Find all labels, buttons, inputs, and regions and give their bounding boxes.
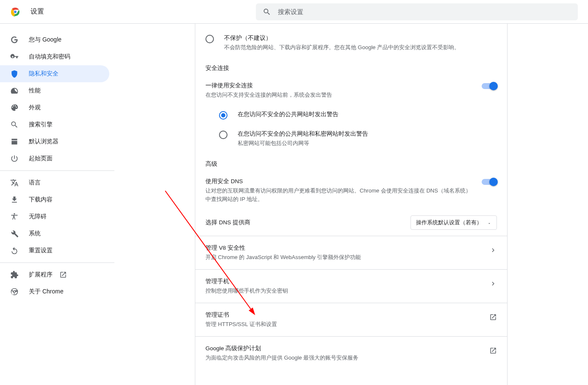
row-advanced-protection[interactable]: Google 高级保护计划 为面临定向攻击风险的用户提供 Google 最强大的… — [195, 336, 507, 370]
row-title: 使用安全 DNS — [205, 177, 472, 186]
sidebar-item-performance[interactable]: 性能 — [0, 82, 109, 99]
sidebar-item-language[interactable]: 语言 — [0, 174, 109, 191]
shield-icon — [10, 70, 19, 78]
external-link-icon — [489, 347, 497, 354]
svg-point-1 — [14, 11, 17, 13]
radio-warn-public-private[interactable]: 在您访问不安全的公共网站和私密网站时发出警告 私密网站可能包括公司内网等 — [195, 125, 507, 153]
reset-icon — [10, 246, 19, 255]
radio-warn-public[interactable]: 在您访问不安全的公共网站时发出警告 — [195, 105, 507, 125]
search-icon — [10, 120, 19, 129]
sidebar-item-autofill[interactable]: 自动填充和密码 — [0, 48, 109, 65]
sidebar-item-about[interactable]: 关于 Chrome — [0, 283, 109, 300]
wrench-icon — [10, 229, 19, 238]
sidebar-item-system[interactable]: 系统 — [0, 225, 109, 242]
external-link-icon — [59, 271, 67, 279]
toggle-always-https[interactable] — [482, 83, 497, 89]
radio-icon — [219, 111, 227, 120]
sidebar-item-label: 起始页面 — [29, 155, 53, 162]
row-subtitle: 不会防范危险的网站、下载内容和扩展程序。您在其他 Google 产品中的安全浏览… — [224, 43, 497, 52]
accessibility-icon — [10, 212, 19, 221]
sidebar-item-search[interactable]: 搜索引擎 — [0, 116, 109, 133]
header: 设置 — [0, 0, 588, 24]
sidebar-item-appearance[interactable]: 外观 — [0, 99, 109, 116]
radio-icon — [219, 131, 227, 139]
sidebar-item-label: 下载内容 — [29, 196, 53, 204]
sidebar-item-default-browser[interactable]: 默认浏览器 — [0, 133, 109, 150]
sidebar-item-label: 性能 — [29, 87, 41, 95]
google-g-icon — [10, 36, 19, 44]
chevron-right-icon — [489, 280, 497, 287]
chrome-logo-icon — [10, 7, 20, 17]
search-input[interactable] — [278, 8, 571, 15]
row-title: 选择 DNS 提供商 — [205, 219, 410, 226]
section-heading-secure-conn: 安全连接 — [195, 57, 507, 75]
download-icon — [10, 195, 19, 204]
palette-icon — [10, 103, 19, 112]
extension-icon — [10, 271, 19, 279]
row-manage-certificates[interactable]: 管理证书 管理 HTTPS/SSL 证书和设置 — [195, 303, 507, 336]
sidebar-item-label: 您与 Google — [29, 36, 61, 44]
row-always-https: 一律使用安全连接 在您访问不支持安全连接的网站前，系统会发出警告 — [195, 75, 507, 105]
row-dns-provider: 选择 DNS 提供商 操作系统默认设置（若有） — [195, 209, 507, 236]
select-value: 操作系统默认设置（若有） — [416, 219, 482, 226]
sidebar: 您与 Google 自动填充和密码 隐私和安全 性能 外观 搜索引擎 默认浏览器… — [0, 24, 114, 385]
row-manage-phones[interactable]: 管理手机 控制您使用哪些手机作为安全密钥 — [195, 269, 507, 303]
caret-down-icon — [487, 220, 491, 225]
row-title: 在您访问不安全的公共网站时发出警告 — [238, 110, 497, 119]
divider — [0, 262, 114, 263]
sidebar-item-reset[interactable]: 重置设置 — [0, 242, 109, 259]
row-title: 在您访问不安全的公共网站和私密网站时发出警告 — [238, 130, 497, 138]
row-subtitle: 让对您的互联网流量有访问权限的用户更难看到您访问的网站。Chrome 会使用安全… — [205, 187, 472, 204]
speedometer-icon — [10, 86, 19, 95]
search-icon — [263, 8, 271, 16]
sidebar-item-accessibility[interactable]: 无障碍 — [0, 208, 109, 225]
sidebar-item-startup[interactable]: 起始页面 — [0, 150, 109, 167]
row-title: Google 高级保护计划 — [205, 344, 489, 353]
row-subtitle: 控制您使用哪些手机作为安全密钥 — [205, 287, 489, 295]
power-icon — [10, 154, 19, 163]
sidebar-item-label: 重置设置 — [29, 247, 53, 254]
sidebar-item-label: 默认浏览器 — [29, 138, 58, 145]
sidebar-item-label: 无障碍 — [29, 213, 47, 220]
sidebar-item-label: 外观 — [29, 104, 41, 112]
external-link-icon — [489, 313, 497, 321]
sidebar-item-label: 语言 — [29, 179, 41, 187]
divider — [0, 170, 114, 171]
sidebar-item-extensions[interactable]: 扩展程序 — [0, 266, 109, 283]
row-subtitle: 在您访问不支持安全连接的网站前，系统会发出警告 — [205, 91, 472, 99]
sidebar-item-downloads[interactable]: 下载内容 — [0, 191, 109, 208]
sidebar-item-label: 关于 Chrome — [29, 288, 64, 296]
select-dns-provider[interactable]: 操作系统默认设置（若有） — [410, 215, 497, 230]
row-subtitle: 为面临定向攻击风险的用户提供 Google 最强大的账号安保服务 — [205, 354, 489, 362]
sidebar-item-privacy[interactable]: 隐私和安全 — [0, 65, 109, 82]
main-content: 不保护（不建议） 不会防范危险的网站、下载内容和扩展程序。您在其他 Google… — [114, 24, 588, 385]
search-box[interactable] — [256, 3, 578, 20]
row-title: 不保护（不建议） — [224, 34, 497, 42]
page-title: 设置 — [31, 7, 44, 16]
window-icon — [10, 137, 19, 146]
section-heading-advanced: 高级 — [195, 153, 507, 171]
row-subtitle: 管理 HTTPS/SSL 证书和设置 — [205, 320, 489, 329]
row-title: 一律使用安全连接 — [205, 81, 472, 90]
radio-icon — [205, 35, 214, 43]
key-icon — [10, 53, 19, 61]
row-subtitle: 开启 Chrome 的 JavaScript 和 WebAssembly 引擎额… — [205, 253, 489, 262]
row-title: 管理手机 — [205, 277, 489, 286]
chrome-outline-icon — [10, 287, 19, 296]
sidebar-item-you-and-google[interactable]: 您与 Google — [0, 31, 109, 48]
sidebar-item-label: 搜索引擎 — [29, 121, 53, 128]
row-title: 管理证书 — [205, 311, 489, 319]
row-v8-security[interactable]: 管理 V8 安全性 开启 Chrome 的 JavaScript 和 WebAs… — [195, 236, 507, 269]
sidebar-item-label: 系统 — [29, 230, 41, 237]
toggle-secure-dns[interactable] — [482, 179, 497, 185]
row-title: 管理 V8 安全性 — [205, 244, 489, 252]
sidebar-item-label: 隐私和安全 — [29, 70, 58, 78]
chevron-right-icon — [489, 246, 497, 254]
row-secure-dns: 使用安全 DNS 让对您的互联网流量有访问权限的用户更难看到您访问的网站。Chr… — [195, 171, 507, 209]
translate-icon — [10, 179, 19, 187]
sidebar-item-label: 扩展程序 — [29, 271, 53, 279]
sidebar-item-label: 自动填充和密码 — [29, 53, 70, 61]
radio-no-protection[interactable]: 不保护（不建议） 不会防范危险的网站、下载内容和扩展程序。您在其他 Google… — [195, 29, 507, 57]
row-subtitle: 私密网站可能包括公司内网等 — [238, 139, 497, 148]
